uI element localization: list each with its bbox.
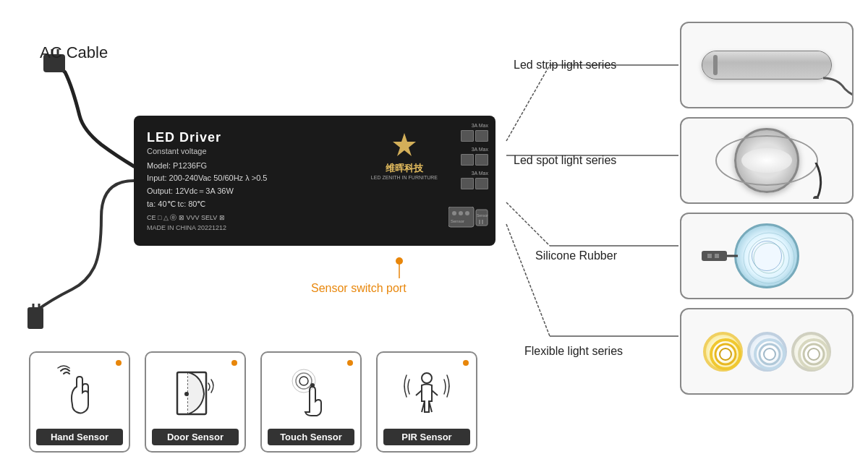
coil-2	[747, 332, 787, 372]
sensor-port-indicator	[396, 257, 403, 265]
svg-point-31	[310, 383, 315, 387]
touch-sensor-indicator	[347, 360, 353, 366]
touch-sensor-icon	[282, 361, 340, 426]
touch-sensor-label: Touch Sensor	[268, 429, 354, 445]
hand-sensor-label: Hand Sensor	[36, 429, 123, 445]
svg-rect-42	[707, 254, 712, 258]
svg-point-39	[749, 238, 789, 278]
svg-point-50	[764, 348, 775, 360]
svg-rect-41	[702, 251, 727, 261]
strip-light-illustration	[702, 51, 832, 80]
ac-cable-label: AC Cable	[40, 43, 108, 62]
flexible-light-label: Flexible light series	[524, 345, 623, 358]
svg-rect-0	[27, 307, 43, 329]
brand-logo: 维晖科技 LED ZENITH IN FURNITURE	[371, 130, 438, 180]
product-cards-container: Led strip light series Led spot light se…	[680, 22, 854, 395]
svg-line-10	[506, 202, 550, 246]
sensor-port-text: Sensor switch port	[311, 282, 407, 294]
door-sensor-label: Door Sensor	[152, 429, 239, 445]
sensor-port-label: Sensor switch port	[311, 282, 407, 295]
output-spec: Output: 12Vdc＝3A 36W	[147, 185, 482, 198]
svg-line-6	[506, 65, 550, 141]
coil-1	[703, 332, 743, 372]
sensor-icons-container: Hand Sensor Door Sensor	[29, 351, 477, 453]
svg-point-46	[715, 344, 736, 364]
door-sensor-card: Door Sensor	[145, 351, 246, 453]
svg-line-34	[432, 390, 438, 395]
flexible-coils-illustration	[703, 332, 831, 372]
svg-line-12	[506, 224, 550, 336]
rubber-roll-illustration	[734, 223, 799, 288]
brand-name: 维晖科技	[371, 162, 438, 175]
svg-text:Sensor: Sensor	[477, 213, 488, 218]
coil-3	[791, 332, 831, 372]
svg-rect-16	[448, 207, 474, 227]
brand-sub: LED ZENITH IN FURNITURE	[371, 175, 438, 180]
pir-sensor-icon	[398, 361, 456, 426]
strip-light-label: Led strip light series	[514, 59, 616, 72]
svg-point-18	[459, 211, 463, 215]
svg-point-49	[760, 344, 780, 364]
silicone-rubber-label: Silicone Rubber	[535, 249, 617, 262]
svg-point-17	[452, 211, 456, 215]
hand-sensor-card: Hand Sensor	[29, 351, 130, 453]
svg-rect-21	[476, 210, 488, 226]
svg-point-47	[720, 348, 731, 360]
flexible-light-card	[680, 308, 854, 395]
svg-text:Sensor: Sensor	[451, 219, 464, 223]
svg-point-32	[422, 373, 432, 383]
door-sensor-icon	[166, 361, 224, 426]
temp-spec: ta: 40℃ tc: 80℃	[147, 198, 482, 211]
strip-light-card	[680, 22, 854, 108]
pir-sensor-label: PIR Sensor	[383, 429, 470, 445]
svg-rect-43	[715, 254, 719, 258]
hand-sensor-icon	[51, 361, 109, 426]
svg-point-27	[184, 392, 189, 396]
silicone-rubber-card	[680, 213, 854, 299]
made-in-china: MADE IN CHINA 20221212	[147, 224, 482, 231]
silicone-rubber-row: Silicone Rubber	[680, 213, 854, 299]
pir-sensor-card: PIR Sensor	[376, 351, 477, 453]
spot-light-row: Led spot light series	[680, 117, 854, 204]
svg-point-19	[465, 211, 469, 215]
hand-sensor-indicator	[116, 360, 122, 366]
spot-light-label: Led spot light series	[514, 154, 616, 167]
spot-light-card	[680, 117, 854, 204]
touch-sensor-card: Touch Sensor	[260, 351, 362, 453]
door-sensor-indicator	[231, 360, 237, 366]
svg-point-53	[808, 348, 820, 360]
svg-point-28	[299, 377, 308, 385]
led-driver-box: LED Driver Constant voltage Model: P1236…	[134, 116, 495, 246]
svg-marker-15	[393, 133, 416, 156]
svg-point-38	[744, 233, 794, 283]
svg-point-52	[804, 344, 824, 364]
svg-point-29	[296, 373, 312, 389]
strip-light-row: Led strip light series	[680, 22, 854, 108]
certifications: CE □ △ ⓔ ⊠ VVV SELV ⊠	[147, 213, 482, 223]
flexible-light-row: Flexible light series	[680, 308, 854, 395]
spot-light-illustration	[734, 128, 799, 193]
svg-point-40	[754, 243, 784, 273]
svg-line-33	[416, 390, 422, 395]
pir-sensor-indicator	[463, 360, 469, 366]
